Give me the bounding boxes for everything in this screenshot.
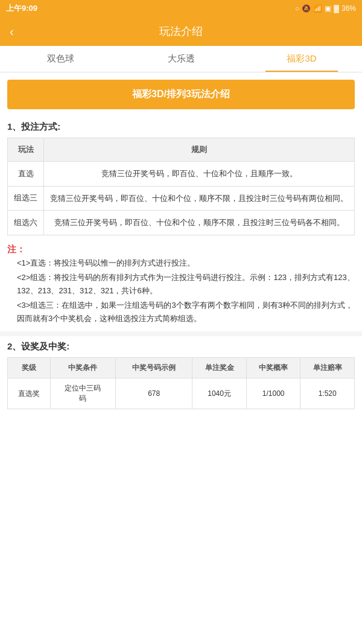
- rule-zuxuansan: 竞猜三位开奖号码，即百位、十位和个位，顺序不限，且投注时三位号码有两位相同。: [44, 186, 355, 211]
- table-row: 组选三 竞猜三位开奖号码，即百位、十位和个位，顺序不限，且投注时三位号码有两位相…: [8, 186, 355, 211]
- signal-icon: ▣: [325, 4, 331, 13]
- note-item-1: <1>直选：将投注号码以惟一的排列方式进行投注。: [7, 257, 355, 270]
- table-row: 组选六 竞猜三位开奖号码，即百位、十位和个位，顺序不限，且投注时三位号码各不相同…: [8, 211, 355, 235]
- prize-col-condition: 中奖条件: [50, 358, 115, 378]
- prize-col-example: 中奖号码示例: [116, 358, 192, 378]
- banner: 福彩3D/排列3玩法介绍: [7, 80, 355, 109]
- status-bar: 上午9:09 ○ 🔕 📶 ▣ ▓ 36%: [0, 0, 362, 17]
- status-time: 上午9:09: [6, 3, 37, 14]
- play-name-zhixuan: 直选: [8, 162, 44, 187]
- prize-col-level: 奖级: [8, 358, 51, 378]
- tab-shuangseqiu[interactable]: 双色球: [0, 46, 121, 72]
- content-area: 福彩3D/排列3玩法介绍 1、投注方式: 玩法 规则 直选 竞猜三位开奖号码，即…: [0, 80, 362, 409]
- rule-zhixuan: 竞猜三位开奖号码，即百位、十位和个位，且顺序一致。: [44, 162, 355, 187]
- header-title: 玩法介绍: [159, 24, 203, 39]
- section1-title: 1、投注方式:: [0, 116, 362, 138]
- back-button[interactable]: ‹: [10, 25, 14, 39]
- alarm-icon: ○: [295, 4, 299, 13]
- play-name-zuxuansan: 组选三: [8, 186, 44, 211]
- wifi-icon: 📶: [313, 4, 322, 13]
- note-title: 注：: [7, 244, 25, 254]
- prize-odds: 1:520: [300, 378, 355, 409]
- table-row: 直选 竞猜三位开奖号码，即百位、十位和个位，且顺序一致。: [8, 162, 355, 187]
- tab-fucai3d[interactable]: 福彩3D: [241, 46, 362, 72]
- battery-icon: ▓: [334, 4, 339, 13]
- prize-col-prize: 单注奖金: [192, 358, 247, 378]
- prize-example: 678: [116, 378, 192, 409]
- play-name-zuxuanliu: 组选六: [8, 211, 44, 235]
- rule-zuxuanliu: 竞猜三位开奖号码，即百位、十位和个位，顺序不限，且投注时三位号码各不相同。: [44, 211, 355, 235]
- prize-condition: 定位中三码 码: [50, 378, 115, 409]
- tabs-bar: 双色球 大乐透 福彩3D: [0, 46, 362, 72]
- col-header-rule: 规则: [44, 138, 355, 162]
- note-item-2: <2>组选：将投注号码的所有排列方式作为一注投注号码进行投注。示例：123，排列…: [7, 271, 355, 298]
- note-item-3: <3>组选三：在组选中，如果一注组选号码的3个数字有两个数字相同，则有3种不同的…: [7, 299, 355, 325]
- prize-probability: 1/1000: [246, 378, 300, 409]
- battery-percent: 36%: [341, 4, 356, 13]
- prize-level: 直选奖: [8, 378, 51, 409]
- play-table: 玩法 规则 直选 竞猜三位开奖号码，即百位、十位和个位，且顺序一致。 组选三 竞…: [7, 138, 355, 235]
- section2-title: 2、设奖及中奖:: [0, 336, 362, 357]
- divider: [0, 331, 362, 336]
- col-header-play: 玩法: [8, 138, 44, 162]
- prize-col-probability: 中奖概率: [246, 358, 300, 378]
- tab-daletou[interactable]: 大乐透: [121, 46, 241, 72]
- prize-table: 奖级 中奖条件 中奖号码示例 单注奖金 中奖概率 单注赔率 直选奖 定位中三码 …: [7, 357, 355, 409]
- prize-col-odds: 单注赔率: [300, 358, 355, 378]
- table-row: 直选奖 定位中三码 码 678 1040元 1/1000 1:520: [8, 378, 355, 409]
- status-icons: ○ 🔕 📶 ▣ ▓ 36%: [295, 4, 356, 13]
- notes-section: 注： <1>直选：将投注号码以惟一的排列方式进行投注。 <2>组选：将投注号码的…: [0, 235, 362, 332]
- header: ‹ 玩法介绍: [0, 17, 362, 46]
- bell-icon: 🔕: [302, 4, 311, 13]
- prize-amount: 1040元: [192, 378, 247, 409]
